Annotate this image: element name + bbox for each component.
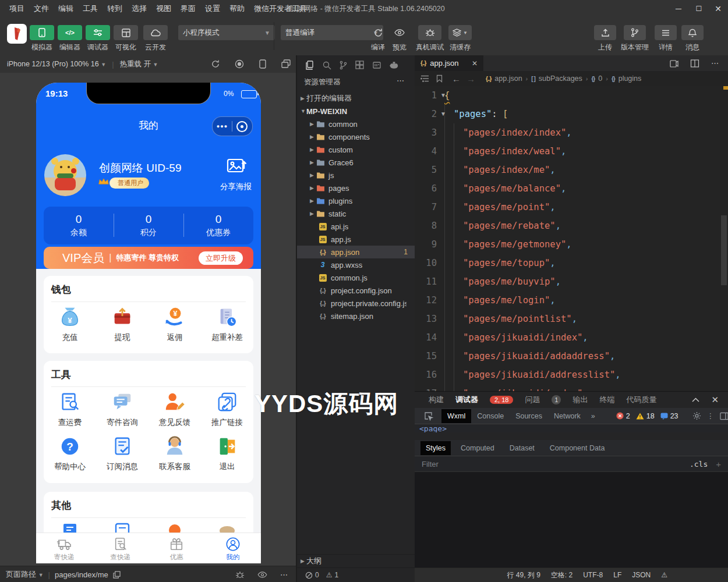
minimize-button[interactable]: ─: [669, 0, 688, 17]
sim-refresh-icon[interactable]: [211, 59, 220, 69]
message-count[interactable]: 23: [670, 412, 678, 420]
visibility-icon[interactable]: [257, 572, 267, 578]
statusbar-more-icon[interactable]: ⋯: [280, 570, 288, 579]
tab-terminal[interactable]: 终端: [599, 395, 614, 405]
compile-button[interactable]: [369, 25, 387, 40]
menu-file[interactable]: 文件: [29, 3, 54, 14]
wallet-item-withdraw[interactable]: 提现: [96, 306, 149, 343]
devtools-tab-wxml[interactable]: Wxml: [441, 409, 471, 423]
menu-select[interactable]: 选择: [127, 3, 151, 14]
version-control-button[interactable]: [624, 25, 646, 40]
sim-multiwindow-icon[interactable]: [281, 59, 291, 68]
folder-custom[interactable]: ▶custom: [297, 143, 415, 156]
tab-dataset[interactable]: Dataset: [504, 441, 540, 455]
clear-cache-button[interactable]: ▼: [448, 25, 472, 40]
tool-item-logout[interactable]: 退出: [201, 435, 253, 472]
real-device-debug-button[interactable]: [418, 25, 441, 40]
menu-goto[interactable]: 转到: [103, 3, 127, 14]
tab-mine[interactable]: 我的: [205, 533, 261, 563]
close-button[interactable]: ✕: [708, 0, 728, 17]
split-editor-icon[interactable]: [690, 59, 699, 68]
cls-button[interactable]: .cls: [690, 460, 708, 469]
tab-computed[interactable]: Computed: [455, 441, 500, 455]
outline-list-icon[interactable]: [420, 75, 429, 82]
search-icon[interactable]: [322, 61, 331, 70]
stat-balance[interactable]: 0余额: [44, 207, 114, 244]
dom-tree-clipped[interactable]: <page>: [415, 424, 728, 432]
simulator-button[interactable]: [30, 25, 54, 40]
tab-track-express[interactable]: 查快递: [93, 533, 149, 563]
file-common-js[interactable]: JScommon.js: [297, 271, 415, 284]
file-project-private-config[interactable]: {..}project.private.config.js…: [297, 297, 415, 310]
sim-phone-icon[interactable]: [259, 59, 266, 69]
file-app-wxss[interactable]: 3app.wxss: [297, 258, 415, 271]
tab-send-express[interactable]: 寄快递: [36, 533, 93, 563]
details-button[interactable]: [655, 25, 677, 40]
devtools-tab-network[interactable]: Network: [548, 409, 586, 423]
indentation[interactable]: 空格: 2: [551, 570, 572, 580]
stat-points[interactable]: 0积分: [114, 207, 183, 244]
vip-banner[interactable]: VIP会员 | 特惠寄件 尊贵特权 立即升级: [44, 247, 253, 269]
inspect-element-icon[interactable]: [424, 411, 433, 421]
file-project-config[interactable]: {..}project.config.json: [297, 284, 415, 297]
encoding[interactable]: UTF-8: [583, 571, 603, 579]
menu-interface[interactable]: 界面: [176, 3, 200, 14]
wallet-item-rebate[interactable]: ¥ 返佣: [149, 306, 201, 343]
menu-settings[interactable]: 设置: [200, 3, 225, 14]
source-control-icon[interactable]: [339, 61, 348, 70]
upgrade-button[interactable]: 立即升级: [199, 251, 243, 265]
tool-item-help-center[interactable]: ? 帮助中心: [44, 435, 96, 472]
error-count[interactable]: 2: [626, 412, 630, 420]
vconsole-bug-icon[interactable]: [235, 570, 245, 579]
nav-back-icon[interactable]: ←: [452, 74, 461, 84]
tab-styles[interactable]: Styles: [420, 441, 451, 455]
language-mode[interactable]: JSON: [632, 571, 651, 579]
devtools-settings-icon[interactable]: [692, 411, 701, 420]
tab-problems[interactable]: 问题: [525, 395, 540, 405]
more-tabs-icon[interactable]: »: [591, 412, 595, 420]
menu-tools[interactable]: 工具: [78, 3, 103, 14]
breadcrumb-subpackages[interactable]: subPackages: [539, 74, 582, 83]
breadcrumb-index[interactable]: 0: [598, 74, 602, 83]
bookmark-icon[interactable]: [436, 74, 443, 83]
warning-count[interactable]: 18: [646, 412, 655, 420]
files-icon[interactable]: [305, 61, 314, 70]
debugger-button[interactable]: [86, 25, 110, 40]
devtools-tab-console[interactable]: Console: [471, 409, 510, 423]
stat-coupons[interactable]: 0优惠券: [183, 207, 253, 244]
folder-js[interactable]: ▶js: [297, 169, 415, 182]
share-poster-label[interactable]: 分享海报: [215, 182, 256, 192]
current-page-path[interactable]: pages/index/me: [55, 570, 108, 579]
eol-type[interactable]: LF: [613, 571, 621, 579]
folder-common[interactable]: ▶common: [297, 118, 415, 130]
editor-button[interactable]: </>: [58, 25, 82, 40]
nav-forward-icon[interactable]: →: [467, 74, 475, 84]
cloud-dev-button[interactable]: [143, 25, 168, 40]
device-selector[interactable]: iPhone 12/13 (Pro) 100% 16 ▼: [7, 60, 106, 68]
folder-static[interactable]: ▶static: [297, 207, 415, 220]
wallet-item-overweight[interactable]: 超重补差: [201, 306, 253, 343]
capsule-menu[interactable]: ●●●: [212, 116, 253, 136]
hot-reload-toggle[interactable]: 热重载 开 ▼: [120, 59, 158, 69]
tool-item-contact-service[interactable]: 联系客服: [149, 435, 201, 472]
avatar[interactable]: [44, 154, 86, 196]
collapse-panel-icon[interactable]: [692, 398, 699, 402]
folder-components[interactable]: ▶components: [297, 130, 415, 143]
dock-side-icon[interactable]: [720, 412, 728, 420]
compile-mode-dropdown[interactable]: 普通编译▼: [281, 25, 383, 40]
menu-project[interactable]: 项目: [5, 3, 29, 14]
explorer-more-icon[interactable]: ⋯: [397, 76, 404, 85]
copy-path-icon[interactable]: [113, 571, 121, 579]
visualize-button[interactable]: [114, 25, 138, 40]
extensions-icon[interactable]: [355, 61, 365, 70]
folder-grace6[interactable]: ▶Grace6: [297, 156, 415, 169]
tool-item-subscribe-msg[interactable]: 订阅消息: [96, 435, 149, 472]
folder-plugins[interactable]: ▶plugins: [297, 194, 415, 207]
outline-section[interactable]: ▶大纲: [297, 554, 415, 567]
tab-close-icon[interactable]: ✕: [472, 59, 478, 68]
devtools-tab-sources[interactable]: Sources: [510, 409, 548, 423]
messages-button[interactable]: [681, 25, 704, 40]
scrollbar-thumb[interactable]: [721, 215, 727, 285]
folder-pages[interactable]: ▶pages: [297, 182, 415, 194]
share-poster-icon[interactable]: [226, 156, 247, 177]
